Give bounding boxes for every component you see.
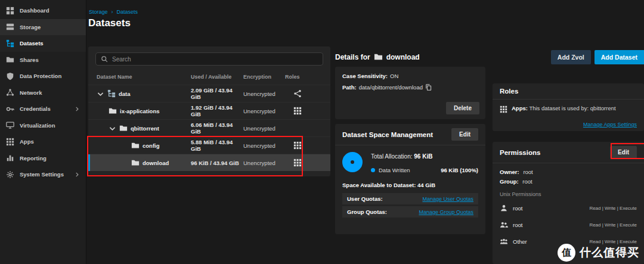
manage-apps-settings-link[interactable]: Manage Apps Settings [583,122,637,128]
encryption-value: Unencrypted [243,160,285,166]
chevron-down-icon[interactable] [109,125,116,132]
user-quotas-row: User Quotas: Manage User Quotas [342,193,478,204]
details-title-prefix: Details for [335,53,370,61]
smzdm-watermark: 值 什么值得买 [558,244,639,262]
column-used-available: Used / Available [191,74,243,80]
dataset-name: download [143,160,169,166]
details-title: Details for download [335,52,420,61]
folder-share-icon [6,55,14,64]
smzdm-logo: 值 [558,244,575,262]
allocation-donut-chart [342,152,363,172]
folder-icon [374,52,383,61]
add-zvol-button[interactable]: Add Zvol [551,50,591,64]
sidebar-item-label: Virtualization [20,122,55,129]
chevron-down-icon[interactable] [97,90,104,98]
table-header: Dataset Name Used / Available Encryption… [88,69,330,85]
sidebar-item-dashboard[interactable]: Dashboard [0,2,86,19]
sidebar-item-label: System Settings [20,171,64,178]
folder-icon [109,107,117,115]
sidebar-item-network[interactable]: Network [0,85,86,101]
sidebar: Dashboard Storage Datasets Shares Data P… [0,0,86,264]
sidebar-item-apps[interactable]: Apps [0,133,86,150]
table-row-ix-applications[interactable]: ix-applications 1.92 GiB / 43.94 GiB Une… [88,102,330,119]
sidebar-item-label: Apps [20,138,34,145]
sidebar-item-reporting[interactable]: Reporting [0,150,86,167]
space-management-card: Dataset Space Management Edit Total Allo… [335,124,485,234]
copy-icon[interactable] [425,84,432,91]
encryption-value: Unencrypted [243,91,285,97]
storage-icon [6,23,14,31]
dataset-name: ix-applications [120,108,160,114]
table-row-download[interactable]: download 96 KiB / 43.94 GiB Unencrypted [88,154,330,171]
add-dataset-button[interactable]: Add Dataset [595,50,644,64]
chevron-right-icon [74,172,80,178]
table-row-qbittorrent[interactable]: qbittorrent 6.06 MiB / 43.94 GiB Unencry… [88,119,330,136]
top-actions: Add Zvol Add Dataset [551,50,644,64]
bar-chart-icon [6,154,14,162]
apps-grid-icon [6,138,14,146]
delete-button[interactable]: Delete [446,102,479,114]
space-edit-button[interactable]: Edit [451,128,478,141]
permissions-edit-button[interactable]: Edit [610,146,637,159]
dashboard-icon [6,7,14,15]
apps-label: Apps: [512,105,528,111]
apps-role-icon [293,141,302,150]
owner-value: root [523,169,532,175]
permission-entry-user: root Read | Write | Execute [500,200,637,216]
datasets-tree-icon [6,39,14,48]
table-row-data[interactable]: data 2.09 GiB / 43.94 GiB Unencrypted [88,85,330,102]
people-icon [500,237,508,246]
sidebar-item-label: Network [20,89,42,96]
search-bar [95,52,323,66]
column-dataset-name: Dataset Name [97,74,191,80]
breadcrumb-storage[interactable]: Storage [89,9,108,15]
gear-icon [6,170,14,179]
space-available-value: 44 GiB [417,182,435,188]
dataset-table-panel: Dataset Name Used / Available Encryption… [88,46,330,176]
shield-icon [6,72,14,80]
dataset-name: config [143,142,160,149]
data-written-label: Data Written [379,167,410,173]
folder-icon [119,124,128,132]
unix-permissions-title: Unix Permissions [500,191,637,197]
search-icon [101,55,108,63]
permission-entry-name: Other [513,238,527,245]
table-row-config[interactable]: config 5.88 MiB / 43.94 GiB Unencrypted [88,136,330,154]
column-roles: Roles [285,74,330,80]
page-title: Datasets [88,17,131,29]
case-sensitivity-value: ON [390,73,398,79]
total-allocation-label: Total Allocation: [371,153,413,160]
apps-role-icon [293,107,302,115]
sidebar-item-shares[interactable]: Shares [0,52,86,69]
network-icon [6,88,14,97]
group-icon [500,220,508,229]
sidebar-item-credentials[interactable]: Credentials [0,101,86,117]
apps-grid-icon [500,105,507,113]
sidebar-item-virtualization[interactable]: Virtualization [0,117,86,134]
sidebar-item-datasets[interactable]: Datasets [0,35,86,52]
sidebar-item-storage[interactable]: Storage [0,19,86,36]
path-value: data/qbittorrent/download [359,84,423,91]
space-card-title: Dataset Space Management [342,131,433,138]
breadcrumb-datasets[interactable]: Datasets [117,9,138,15]
manage-user-quotas-link[interactable]: Manage User Quotas [422,196,473,202]
breadcrumb-separator: › [112,9,113,15]
group-quotas-row: Group Quotas: Manage Group Quotas [342,206,478,218]
chevron-right-icon [74,106,80,112]
sidebar-item-label: Data Protection [20,73,61,79]
sidebar-item-data-protection[interactable]: Data Protection [0,68,86,85]
encryption-value: Unencrypted [243,125,285,132]
sidebar-item-label: Shares [20,57,39,63]
details-dataset-name: download [386,53,420,61]
group-value: root [522,178,532,185]
search-input[interactable] [112,56,318,63]
group-label: Group: [500,178,519,185]
used-available-value: 1.92 GiB / 43.94 GiB [191,104,243,117]
roles-card-title: Roles [500,88,518,95]
manage-group-quotas-link[interactable]: Manage Group Quotas [419,209,473,215]
tree-indent-spacer [120,159,128,167]
sidebar-item-system-settings[interactable]: System Settings [0,166,86,183]
used-available-value: 6.06 MiB / 43.94 GiB [191,122,243,135]
user-quotas-label: User Quotas: [347,195,383,202]
owner-label: Owner: [500,169,519,175]
